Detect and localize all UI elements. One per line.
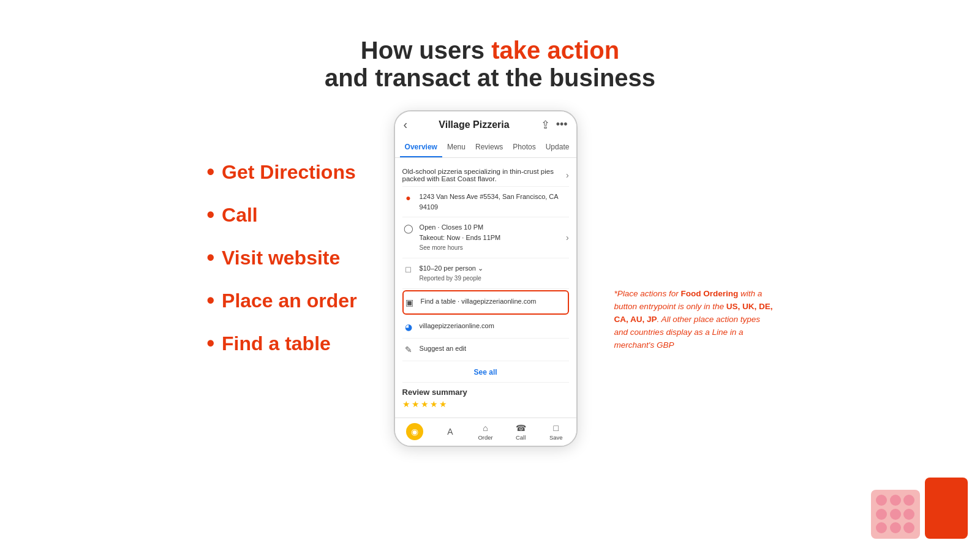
see-all-label: See all [474, 368, 497, 377]
tab-reviews[interactable]: Reviews [470, 138, 508, 157]
tab-photos[interactable]: Photos [508, 138, 540, 157]
header-line1: How users take action [0, 37, 980, 64]
annotation: *Place actions for Food Ordering with a … [614, 110, 774, 352]
deco-dot-5 [890, 509, 901, 520]
star-4: ★ [430, 399, 438, 409]
circle-icon: ◉ [406, 423, 423, 440]
suggest-edit-text: Suggest an edit [420, 343, 569, 354]
nav-call-label: Call [516, 434, 526, 441]
deco-dot-1 [876, 495, 887, 506]
tab-menu[interactable]: Menu [442, 138, 470, 157]
web-icon: ◕ [402, 321, 415, 333]
header-line2: and transact at the business [0, 64, 980, 92]
price-text: $10–20 per person ⌄ Reported by 39 peopl… [420, 263, 569, 283]
list-item-table: Find a table [206, 331, 356, 356]
phone-mockup: ‹ Village Pizzeria ⇪ ••• Overview Menu R… [394, 110, 578, 447]
nav-call-btn[interactable]: ☎ Call [504, 423, 537, 441]
see-all-row[interactable]: See all [402, 361, 569, 383]
phone-frame: ‹ Village Pizzeria ⇪ ••• Overview Menu R… [394, 110, 578, 447]
hours-row: ◯ Open · Closes 10 PM Takeout: Now · End… [402, 217, 569, 258]
price-icon: □ [402, 263, 415, 276]
annotation-bold2: US, UK, DE, CA, AU, JP [614, 302, 773, 324]
phone-bottom-nav: ◉ A ⌂ Order ☎ Call □ Save [395, 418, 576, 446]
star-2: ★ [412, 399, 420, 409]
star-1: ★ [402, 399, 410, 409]
deco-dot-4 [876, 509, 887, 520]
address-text: 1243 Van Ness Ave #5534, San Francisco, … [420, 192, 569, 212]
deco-dot-8 [890, 522, 901, 533]
deco-dot-2 [890, 495, 901, 506]
website-text: villagepizzeriaonline.com [420, 321, 569, 331]
list-item-directions: Get Directions [206, 159, 356, 185]
phone-title: Village Pizzeria [439, 119, 509, 130]
list-item-call: Call [206, 202, 356, 228]
list-item-website: Visit website [206, 245, 356, 271]
find-table-row[interactable]: ▣ Find a table · villagepizzeriaonline.c… [402, 290, 569, 315]
description-row: Old-school pizzeria specializing in thin… [402, 164, 569, 187]
phone-topbar: ‹ Village Pizzeria ⇪ ••• [395, 111, 576, 138]
annotation-bold1: Food Ordering [680, 289, 738, 298]
topbar-icons: ⇪ ••• [541, 118, 568, 132]
tab-update[interactable]: Update [541, 138, 575, 157]
table-icon: ▣ [404, 296, 416, 309]
website-row: ◕ villagepizzeriaonline.com [402, 316, 569, 339]
header-accent: take action [491, 37, 619, 64]
edit-icon: ✎ [402, 343, 415, 356]
tab-overview[interactable]: Overview [400, 138, 442, 157]
main-content: Get Directions Call Visit website Place … [0, 110, 980, 447]
nav-save-btn[interactable]: □ Save [540, 423, 573, 441]
deco-red-shape [925, 478, 968, 539]
nav-save-label: Save [549, 434, 563, 441]
order-icon: ⌂ [483, 423, 488, 433]
star-3: ★ [421, 399, 429, 409]
list-item-order: Place an order [206, 288, 356, 313]
hours-text: Open · Closes 10 PM Takeout: Now · Ends … [420, 222, 561, 253]
location-icon: ● [402, 192, 415, 204]
page-header: How users take action and transact at th… [0, 0, 980, 110]
clock-icon: ◯ [402, 222, 415, 234]
deco-dot-9 [903, 522, 914, 533]
review-summary: Review summary ★ ★ ★ ★ ★ [402, 383, 569, 411]
suggest-edit-row[interactable]: ✎ Suggest an edit [402, 339, 569, 361]
price-row: □ $10–20 per person ⌄ Reported by 39 peo… [402, 258, 569, 289]
more-icon[interactable]: ••• [556, 118, 568, 131]
star-half: ★ [439, 399, 447, 409]
address-row: ● 1243 Van Ness Ave #5534, San Francisco… [402, 187, 569, 217]
find-table-text: Find a table · villagepizzeriaonline.com [421, 296, 568, 307]
nav-order-btn[interactable]: ⌂ Order [469, 423, 502, 441]
deco-dot-7 [876, 522, 887, 533]
decorative-shapes [871, 478, 968, 539]
nav-order-label: Order [478, 434, 492, 441]
desc-chevron: › [566, 170, 569, 180]
description-text: Old-school pizzeria specializing in thin… [402, 168, 566, 182]
phone-body: Old-school pizzeria specializing in thin… [395, 158, 576, 418]
share-icon[interactable]: ⇪ [541, 118, 550, 132]
stars-bar: ★ ★ ★ ★ ★ [402, 399, 569, 409]
save-icon: □ [554, 423, 559, 433]
deco-pink-shape [871, 490, 920, 539]
review-summary-title: Review summary [402, 388, 569, 397]
phone-tabs: Overview Menu Reviews Photos Update [395, 138, 576, 158]
call-icon: ☎ [516, 423, 526, 433]
nav-special-btn[interactable]: ◉ [399, 423, 432, 440]
deco-dot-6 [903, 509, 914, 520]
bullet-list: Get Directions Call Visit website Place … [206, 110, 356, 373]
back-icon[interactable]: ‹ [404, 118, 408, 132]
nav-a-icon: A [447, 427, 453, 437]
nav-a-btn[interactable]: A [434, 427, 467, 437]
deco-dot-3 [903, 495, 914, 506]
hours-chevron: › [566, 233, 569, 242]
